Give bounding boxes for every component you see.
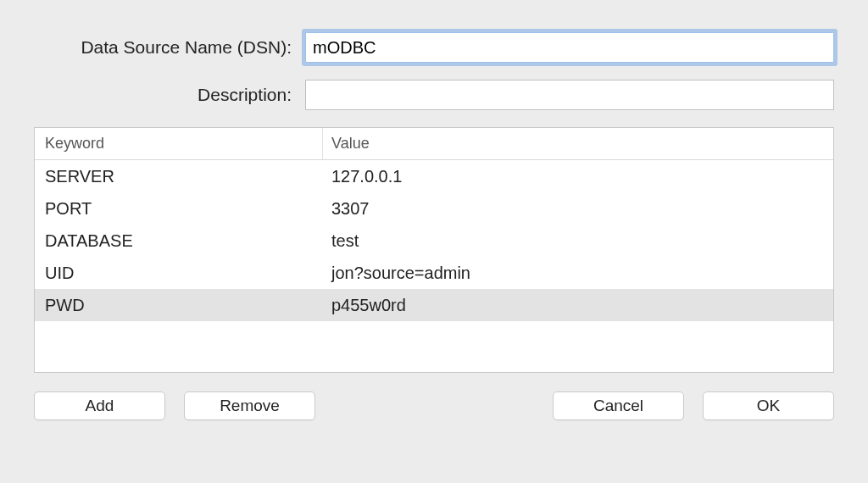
remove-button[interactable]: Remove (184, 391, 315, 420)
cell-value: 3307 (323, 196, 833, 222)
cell-value: p455w0rd (323, 292, 833, 319)
button-bar: Add Remove Cancel OK (34, 391, 834, 420)
description-input[interactable] (305, 80, 834, 110)
cell-keyword: UID (35, 260, 323, 286)
cell-keyword: PORT (35, 196, 323, 222)
cell-keyword: DATABASE (35, 228, 323, 254)
keyword-value-table[interactable]: Keyword Value SERVER127.0.0.1PORT3307DAT… (34, 127, 834, 373)
table-row[interactable]: UIDjon?source=admin (35, 257, 833, 289)
col-header-value[interactable]: Value (323, 128, 833, 159)
table-header: Keyword Value (35, 128, 833, 160)
table-row[interactable]: PWDp455w0rd (35, 289, 833, 321)
cancel-button[interactable]: Cancel (553, 391, 684, 420)
table-body: SERVER127.0.0.1PORT3307DATABASEtestUIDjo… (35, 160, 833, 321)
ok-button[interactable]: OK (703, 391, 834, 420)
cell-keyword: SERVER (35, 164, 323, 190)
description-row: Description: (34, 80, 834, 110)
cell-value: test (323, 228, 833, 254)
table-row[interactable]: PORT3307 (35, 192, 833, 225)
cell-keyword: PWD (35, 292, 323, 319)
dsn-label: Data Source Name (DSN): (34, 37, 305, 58)
add-button[interactable]: Add (34, 391, 165, 420)
cell-value: jon?source=admin (323, 260, 833, 286)
description-label: Description: (34, 85, 305, 105)
cell-value: 127.0.0.1 (323, 164, 833, 190)
spacer (334, 391, 534, 420)
dsn-input[interactable] (305, 32, 834, 63)
table-row[interactable]: SERVER127.0.0.1 (35, 160, 833, 192)
table-row[interactable]: DATABASEtest (35, 225, 833, 257)
dsn-row: Data Source Name (DSN): (34, 32, 834, 63)
col-header-keyword[interactable]: Keyword (35, 128, 323, 159)
dsn-config-dialog: Data Source Name (DSN): Description: Key… (0, 0, 868, 439)
